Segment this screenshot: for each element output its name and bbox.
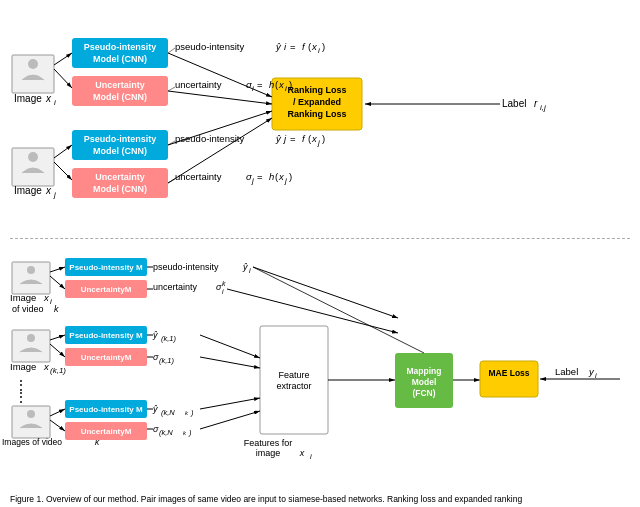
svg-text:(k,1): (k,1) xyxy=(50,366,66,375)
svg-text:j: j xyxy=(282,133,287,144)
svg-point-12 xyxy=(28,152,38,162)
svg-text:Label: Label xyxy=(502,98,526,109)
svg-line-146 xyxy=(200,335,260,358)
svg-text:x: x xyxy=(43,361,50,372)
svg-text:Model (CNN): Model (CNN) xyxy=(93,146,147,156)
svg-text:): ) xyxy=(289,171,292,182)
figure-caption: Figure 1. Overview of our method. Pair i… xyxy=(10,494,630,505)
svg-text:Feature: Feature xyxy=(278,370,309,380)
svg-text:y: y xyxy=(588,366,595,377)
svg-text:Label: Label xyxy=(555,366,578,377)
svg-text:(FCN): (FCN) xyxy=(412,388,435,398)
svg-text:Pseudo-intensity: Pseudo-intensity xyxy=(84,134,157,144)
svg-text:(k,1): (k,1) xyxy=(159,356,175,365)
svg-point-81 xyxy=(27,266,35,274)
svg-text:pseudo-intensity: pseudo-intensity xyxy=(153,262,219,272)
svg-text:extractor: extractor xyxy=(276,381,311,391)
svg-line-147 xyxy=(200,357,260,368)
svg-line-31 xyxy=(168,91,272,104)
svg-text:h: h xyxy=(269,79,274,90)
svg-text:of video: of video xyxy=(12,304,44,314)
svg-text:x: x xyxy=(45,93,52,104)
svg-text:pseudo-intensity: pseudo-intensity xyxy=(175,41,244,52)
svg-text:Mapping: Mapping xyxy=(407,366,442,376)
svg-text:ŷ: ŷ xyxy=(275,41,282,52)
svg-line-148 xyxy=(200,398,260,409)
svg-text:image: image xyxy=(256,448,281,458)
svg-point-1 xyxy=(28,59,38,69)
svg-text:x: x xyxy=(278,171,285,182)
svg-line-114 xyxy=(50,344,65,357)
svg-text:j: j xyxy=(251,176,254,185)
svg-line-149 xyxy=(200,411,260,429)
svg-text:i: i xyxy=(252,84,254,93)
svg-text:UncertaintyM: UncertaintyM xyxy=(81,353,132,362)
svg-text:(k,1): (k,1) xyxy=(161,334,177,343)
svg-line-75 xyxy=(168,87,175,91)
svg-text:h: h xyxy=(269,171,274,182)
svg-text:ŷ: ŷ xyxy=(242,262,248,272)
svg-line-113 xyxy=(50,335,65,340)
svg-point-105 xyxy=(27,334,35,342)
svg-line-92 xyxy=(50,276,65,289)
svg-text:(k,N: (k,N xyxy=(159,428,173,437)
svg-line-30 xyxy=(168,53,272,97)
svg-rect-160 xyxy=(480,361,538,397)
svg-text:k: k xyxy=(54,304,59,314)
svg-line-91 xyxy=(50,267,65,272)
svg-text:i: i xyxy=(50,297,52,306)
svg-line-131 xyxy=(50,409,65,416)
svg-point-124 xyxy=(27,410,35,418)
svg-text:Pseudo-intensity M: Pseudo-intensity M xyxy=(69,263,143,272)
svg-text:Pseudo-intensity: Pseudo-intensity xyxy=(84,42,157,52)
svg-text:Uncertainty: Uncertainty xyxy=(95,80,145,90)
svg-line-166 xyxy=(253,267,424,353)
top-section-svg: Image x i Pseudo-intensity Model (CNN) U… xyxy=(0,0,640,238)
svg-text:(k,N: (k,N xyxy=(161,408,175,417)
svg-text:k: k xyxy=(183,430,187,436)
svg-text:Ranking Loss: Ranking Loss xyxy=(287,109,346,119)
svg-text:=: = xyxy=(257,79,263,90)
svg-text:/ Expanded: / Expanded xyxy=(293,97,341,107)
svg-text:j: j xyxy=(317,138,320,147)
svg-text:i: i xyxy=(54,98,56,107)
svg-text:): ) xyxy=(322,133,325,144)
svg-line-77 xyxy=(168,179,175,183)
svg-text:i: i xyxy=(310,452,312,461)
svg-text:f: f xyxy=(302,41,306,52)
svg-line-34 xyxy=(54,53,72,65)
svg-text:Model: Model xyxy=(412,377,437,387)
svg-text:UncertaintyM: UncertaintyM xyxy=(81,427,132,436)
svg-line-36 xyxy=(54,145,72,158)
svg-text:Image: Image xyxy=(10,361,36,372)
svg-text:Uncertainty: Uncertainty xyxy=(95,172,145,182)
svg-text:Image: Image xyxy=(14,93,42,104)
svg-text:Image: Image xyxy=(10,292,36,303)
svg-text:ŷ: ŷ xyxy=(275,133,282,144)
svg-text:f: f xyxy=(302,133,306,144)
svg-text:pseudo-intensity: pseudo-intensity xyxy=(175,133,244,144)
svg-text:Images of video: Images of video xyxy=(2,437,62,447)
svg-text:Model (CNN): Model (CNN) xyxy=(93,184,147,194)
section-divider xyxy=(10,238,630,239)
svg-text:⋮: ⋮ xyxy=(14,389,28,405)
svg-text:): ) xyxy=(322,41,325,52)
svg-line-74 xyxy=(168,48,175,53)
svg-text:k: k xyxy=(185,410,189,416)
svg-text:uncertainty: uncertainty xyxy=(153,282,198,292)
svg-text:Pseudo-intensity M: Pseudo-intensity M xyxy=(69,405,143,414)
svg-text:): ) xyxy=(289,79,292,90)
svg-text:=: = xyxy=(257,171,263,182)
svg-line-132 xyxy=(50,420,65,431)
svg-text:uncertainty: uncertainty xyxy=(175,171,222,182)
svg-text:x: x xyxy=(311,41,318,52)
svg-text:i: i xyxy=(318,46,320,55)
svg-line-35 xyxy=(54,69,72,88)
svg-text:x: x xyxy=(299,448,305,458)
svg-text:x: x xyxy=(45,185,52,196)
svg-text:Ranking Loss: Ranking Loss xyxy=(287,85,346,95)
diagram-container: Image x i Pseudo-intensity Model (CNN) U… xyxy=(0,0,640,507)
svg-text:Model (CNN): Model (CNN) xyxy=(93,92,147,102)
svg-text:=: = xyxy=(290,133,296,144)
svg-text:i,j: i,j xyxy=(540,103,546,112)
